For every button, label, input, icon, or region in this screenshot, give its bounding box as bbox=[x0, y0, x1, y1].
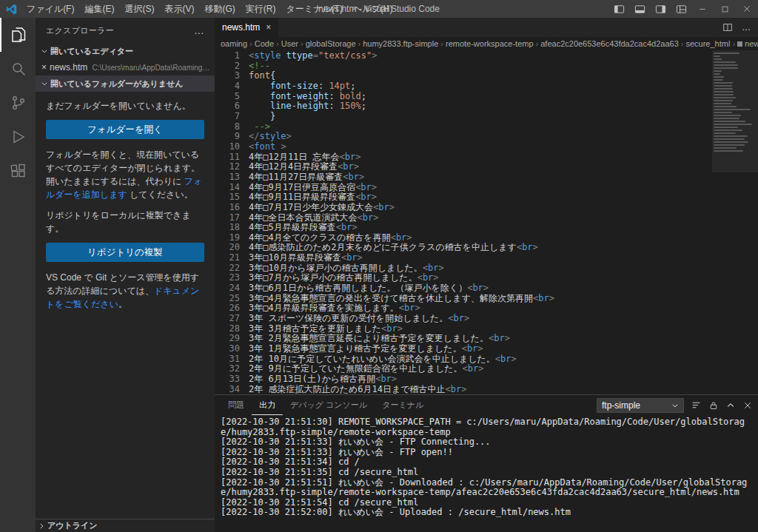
search-icon[interactable] bbox=[0, 52, 36, 86]
panel-tab[interactable]: デバッグ コンソール bbox=[283, 395, 375, 415]
line-number[interactable]: 16 bbox=[215, 203, 240, 213]
breadcrumb-item[interactable]: Code bbox=[255, 39, 274, 48]
code-line[interactable]: 253年□4月緊急事態宣言の発出を受けて稽古を休止します、解除次第再開<br> bbox=[215, 294, 712, 304]
code-line[interactable]: 184年□5月昇級昇段審査<br> bbox=[215, 223, 712, 233]
code-line[interactable]: 263年□4月昇級昇段審査を実施します。<br> bbox=[215, 303, 712, 314]
maximize-button[interactable] bbox=[714, 0, 736, 18]
line-number[interactable]: 3 bbox=[215, 71, 240, 81]
code-line[interactable]: 233年□7月から塚戸小の稽古再開しました。<br> bbox=[215, 273, 712, 283]
code-lines[interactable]: 1<style ttype="text/css">2<!--3font{4 fo… bbox=[215, 50, 712, 394]
code-line[interactable]: 7 } bbox=[215, 112, 712, 122]
code-line[interactable]: 164年□7月17日少年少女錬成大会<br> bbox=[215, 203, 712, 213]
more-actions-icon[interactable]: … bbox=[194, 24, 204, 36]
line-number[interactable]: 32 bbox=[215, 364, 240, 374]
line-number[interactable]: 7 bbox=[215, 112, 240, 122]
code-line[interactable]: 144年□9月17日伊豆高原合宿<br> bbox=[215, 183, 712, 193]
code-line[interactable]: 204年□感染防止のため2月末をめどに子供クラスの稽古を中止します<br> bbox=[215, 243, 712, 253]
toggle-panel-icon[interactable] bbox=[629, 0, 650, 18]
code-line[interactable]: 114年□12月11日 忘年会<br> bbox=[215, 152, 712, 163]
panel-tab[interactable]: 出力 bbox=[252, 395, 283, 415]
editor[interactable]: 1<style ttype="text/css">2<!--3font{4 fo… bbox=[215, 50, 758, 394]
breadcrumb-item[interactable]: afeac2c20e653e6c43fda2cac4d2aa63 bbox=[540, 39, 679, 48]
code-line[interactable]: 243年□6月1日から稽古再開しました。（塚戸小を除く）<br> bbox=[215, 283, 712, 294]
breadcrumb-item[interactable]: globalStorage bbox=[306, 39, 356, 48]
line-number[interactable]: 18 bbox=[215, 223, 240, 233]
menu-item[interactable]: ファイル(F) bbox=[21, 3, 79, 16]
maximize-panel-icon[interactable] bbox=[726, 401, 735, 410]
line-number[interactable]: 14 bbox=[215, 183, 240, 193]
code-line[interactable]: 312年 10月に予定していたれいめい会演武会を中止しました。<br> bbox=[215, 354, 712, 365]
code-line[interactable]: 322年 9月に予定していた無限鎧合宿を中止しました。<br> bbox=[215, 364, 712, 374]
more-actions-icon[interactable]: … bbox=[742, 22, 751, 33]
minimap-slider[interactable] bbox=[712, 50, 758, 172]
code-line[interactable]: 2<!-- bbox=[215, 61, 712, 72]
code-line[interactable]: 273年 スポーツ保険の更新の受付を開始しました。<br> bbox=[215, 314, 712, 324]
menu-item[interactable]: 表示(V) bbox=[159, 3, 199, 16]
line-number[interactable]: 33 bbox=[215, 374, 240, 385]
section-no-folder[interactable]: 開いているフォルダーがありません bbox=[36, 75, 215, 92]
line-number[interactable]: 10 bbox=[215, 142, 240, 152]
panel-tab[interactable]: ターミナル bbox=[375, 395, 431, 415]
output-channel-select[interactable]: ftp-simple bbox=[597, 398, 684, 413]
line-number[interactable]: 6 bbox=[215, 101, 240, 112]
code-line[interactable]: 1<style ttype="text/css"> bbox=[215, 51, 712, 61]
close-panel-icon[interactable] bbox=[743, 401, 752, 410]
line-number[interactable]: 34 bbox=[215, 385, 240, 394]
breadcrumb-item[interactable]: humy2833.ftp-simple bbox=[363, 39, 438, 48]
breadcrumb-item[interactable]: news.htm bbox=[737, 39, 758, 48]
breadcrumb-item[interactable]: oaming bbox=[221, 39, 247, 48]
tab-news-htm[interactable]: news.htm × bbox=[215, 18, 278, 37]
line-number[interactable]: 21 bbox=[215, 253, 240, 263]
explorer-icon[interactable] bbox=[0, 18, 36, 52]
code-line[interactable]: 154年□9月11日昇級昇段審査<br> bbox=[215, 192, 712, 203]
line-number[interactable]: 4 bbox=[215, 81, 240, 92]
line-number[interactable]: 23 bbox=[215, 273, 240, 283]
breadcrumb-item[interactable]: secure_html bbox=[685, 39, 730, 48]
code-line[interactable]: 332年 6月13日(土)から稽古再開<br> bbox=[215, 374, 712, 385]
close-editor-icon[interactable]: × bbox=[41, 62, 47, 73]
line-number[interactable]: 2 bbox=[215, 61, 240, 72]
code-line[interactable]: 6 line-height: 150%; bbox=[215, 101, 712, 112]
split-editor-icon[interactable] bbox=[722, 22, 733, 33]
code-line[interactable]: 3font{ bbox=[215, 71, 712, 81]
line-number[interactable]: 9 bbox=[215, 132, 240, 142]
line-number[interactable]: 30 bbox=[215, 344, 240, 354]
line-number[interactable]: 25 bbox=[215, 294, 240, 304]
open-editor-item[interactable]: × news.htm C:\Users\maru\AppData\Roaming… bbox=[36, 59, 215, 75]
close-tab-icon[interactable]: × bbox=[266, 22, 271, 33]
code-line[interactable]: 134年□11月27日昇級審査<br> bbox=[215, 172, 712, 183]
line-number[interactable]: 20 bbox=[215, 243, 240, 253]
code-line[interactable]: 9</style> bbox=[215, 132, 712, 142]
extensions-icon[interactable] bbox=[0, 154, 36, 188]
run-debug-icon[interactable] bbox=[0, 120, 36, 154]
line-number[interactable]: 8 bbox=[215, 122, 240, 132]
source-control-icon[interactable] bbox=[0, 86, 36, 120]
panel-tab[interactable]: 問題 bbox=[221, 395, 252, 415]
code-line[interactable]: 342年 感染症拡大防止のため6月14日まで稽古中止<br> bbox=[215, 385, 712, 394]
line-number[interactable]: 29 bbox=[215, 334, 240, 344]
customize-layout-icon[interactable] bbox=[671, 0, 691, 18]
code-line[interactable]: 10<font > bbox=[215, 142, 712, 152]
section-open-editors[interactable]: 開いているエディター bbox=[36, 43, 215, 59]
breadcrumb-item[interactable]: remote-workspace-temp bbox=[446, 39, 534, 48]
code-line[interactable]: 194年□4月全てのクラスの稽古を再開<br> bbox=[215, 233, 712, 243]
code-line[interactable]: 293年 2月緊急事態宣言延長により稽古予定を変更しました。<br> bbox=[215, 334, 712, 344]
menu-item[interactable]: 実行(R) bbox=[241, 3, 281, 16]
line-number[interactable]: 12 bbox=[215, 162, 240, 172]
line-number[interactable]: 24 bbox=[215, 283, 240, 294]
line-number[interactable]: 11 bbox=[215, 152, 240, 163]
code-line[interactable]: 5 font-weight: bold; bbox=[215, 92, 712, 102]
code-line[interactable]: 4 font-size: 14pt; bbox=[215, 81, 712, 92]
line-number[interactable]: 5 bbox=[215, 92, 240, 102]
line-number[interactable]: 15 bbox=[215, 192, 240, 203]
toggle-secondary-sidebar-icon[interactable] bbox=[650, 0, 671, 18]
minimize-button[interactable] bbox=[691, 0, 714, 18]
clone-repository-button[interactable]: リポジトリの複製 bbox=[46, 243, 204, 262]
line-number[interactable]: 1 bbox=[215, 51, 240, 61]
open-folder-button[interactable]: フォルダーを開く bbox=[46, 120, 204, 139]
menu-item[interactable]: 移動(G) bbox=[199, 3, 240, 16]
code-line[interactable]: 174年□全日本合気道演武大会<br> bbox=[215, 213, 712, 223]
clear-output-icon[interactable] bbox=[691, 400, 701, 410]
menu-item[interactable]: 編集(E) bbox=[79, 3, 119, 16]
line-number[interactable]: 13 bbox=[215, 172, 240, 183]
